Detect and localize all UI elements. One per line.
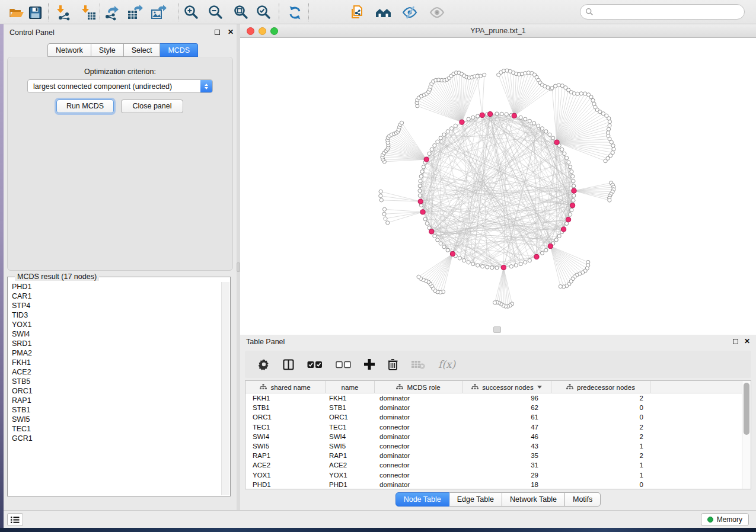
graph-node[interactable] <box>449 127 453 130</box>
graph-node[interactable] <box>495 266 499 270</box>
zoom-selected-button[interactable] <box>255 4 273 21</box>
graph-node[interactable] <box>570 170 573 174</box>
graph-node[interactable] <box>551 136 555 140</box>
graph-hub-node[interactable] <box>554 140 559 145</box>
zoom-out-button[interactable] <box>207 4 225 21</box>
graph-node[interactable] <box>557 234 561 238</box>
graph-hub-node[interactable] <box>418 199 423 204</box>
graph-node[interactable] <box>519 116 522 119</box>
graph-node[interactable] <box>604 159 607 163</box>
select-all-button[interactable] <box>307 361 323 368</box>
graph-node[interactable] <box>544 130 548 133</box>
graph-node[interactable] <box>567 161 570 164</box>
graph-hub-node[interactable] <box>572 188 576 193</box>
float-panel-icon[interactable] <box>215 30 220 35</box>
graph-node[interactable] <box>591 98 595 102</box>
mcds-list-item[interactable]: SWI5 <box>8 415 221 424</box>
graph-node[interactable] <box>559 284 562 288</box>
column-header-successor-nodes[interactable]: successor nodes <box>462 381 551 393</box>
mcds-list-item[interactable]: GCR1 <box>8 434 221 443</box>
delete-column-button[interactable] <box>388 358 398 370</box>
graph-node[interactable] <box>419 175 423 178</box>
graph-node[interactable] <box>423 217 427 221</box>
graph-node[interactable] <box>493 301 496 305</box>
graph-node[interactable] <box>418 189 422 193</box>
graph-node[interactable] <box>436 238 439 242</box>
graph-node[interactable] <box>560 148 564 151</box>
mcds-list-item[interactable]: SRD1 <box>8 339 221 348</box>
graph-node[interactable] <box>430 148 433 151</box>
graph-node[interactable] <box>607 127 610 131</box>
memory-button[interactable]: Memory <box>701 513 749 526</box>
close-panel-button[interactable]: Close panel <box>121 100 183 113</box>
task-history-button[interactable] <box>7 513 23 526</box>
search-input[interactable] <box>594 6 744 18</box>
float-panel-icon[interactable] <box>733 339 738 344</box>
graph-node[interactable] <box>519 262 522 266</box>
column-header-name[interactable]: name <box>326 381 375 393</box>
graph-node[interactable] <box>483 73 486 76</box>
graph-node[interactable] <box>572 194 576 197</box>
graph-hub-node[interactable] <box>429 229 434 234</box>
graph-node[interactable] <box>454 124 457 127</box>
graph-node[interactable] <box>540 127 544 130</box>
export-image-button[interactable] <box>149 4 167 21</box>
save-session-button[interactable] <box>26 4 44 21</box>
graph-node[interactable] <box>439 136 442 140</box>
graph-node[interactable] <box>532 121 536 125</box>
column-header-predecessor-nodes[interactable]: predecessor nodes <box>551 381 650 393</box>
graph-node[interactable] <box>537 124 540 127</box>
graph-node[interactable] <box>384 217 387 220</box>
graph-node[interactable] <box>572 198 575 202</box>
run-mcds-button[interactable]: Run MCDS <box>56 100 114 113</box>
mcds-list-item[interactable]: SWI4 <box>8 329 221 339</box>
graph-hub-node[interactable] <box>420 210 425 214</box>
column-header-mcds-role[interactable]: MCDS role <box>375 381 462 393</box>
graph-node[interactable] <box>481 265 484 268</box>
zoom-fit-button[interactable] <box>232 4 250 21</box>
graph-node[interactable] <box>467 261 470 264</box>
graph-node[interactable] <box>608 120 611 123</box>
graph-node[interactable] <box>417 275 420 278</box>
close-panel-icon[interactable]: ✕ <box>744 337 750 345</box>
tab-mcds[interactable]: MCDS <box>160 43 198 57</box>
table-row[interactable]: PHD1PHD1dominator180 <box>245 480 742 489</box>
graph-node[interactable] <box>569 213 572 216</box>
graph-hub-node[interactable] <box>570 203 575 208</box>
mcds-list-item[interactable]: PMA2 <box>8 348 221 358</box>
mcds-list-item[interactable]: FKH1 <box>8 358 221 367</box>
mcds-list-item[interactable]: CAR1 <box>8 291 221 301</box>
column-layout-button[interactable] <box>283 359 294 370</box>
graph-hub-node[interactable] <box>566 217 570 222</box>
mcds-list-item[interactable]: STB1 <box>8 405 221 415</box>
mcds-list-item[interactable]: STB5 <box>8 377 221 386</box>
graph-node[interactable] <box>569 165 572 169</box>
graph-node[interactable] <box>428 152 431 155</box>
graph-node[interactable] <box>544 248 548 252</box>
graph-node[interactable] <box>446 248 449 252</box>
graph-node[interactable] <box>608 198 611 202</box>
clone-network-button[interactable] <box>349 4 366 21</box>
refresh-button[interactable] <box>286 4 304 21</box>
graph-node[interactable] <box>467 117 470 121</box>
graph-node[interactable] <box>610 140 613 144</box>
table-row[interactable]: STB1STB1dominator620 <box>245 403 742 412</box>
graph-node[interactable] <box>486 265 489 269</box>
graph-node[interactable] <box>563 152 566 155</box>
graph-node[interactable] <box>420 170 424 174</box>
table-row[interactable]: TEC1TEC1connector472 <box>245 422 742 432</box>
tab-style[interactable]: Style <box>91 43 124 57</box>
graph-node[interactable] <box>436 140 439 143</box>
graph-node[interactable] <box>446 130 449 133</box>
graph-node[interactable] <box>419 180 422 183</box>
graph-node[interactable] <box>382 212 386 216</box>
graph-node[interactable] <box>579 92 583 95</box>
graph-node[interactable] <box>572 184 576 188</box>
graph-hub-node[interactable] <box>460 120 464 124</box>
search-field[interactable] <box>580 4 745 20</box>
graph-node[interactable] <box>495 112 499 116</box>
column-header-shared-name[interactable]: shared name <box>245 381 326 393</box>
graph-hub-node[interactable] <box>548 243 553 248</box>
graph-node[interactable] <box>471 116 475 119</box>
graph-node[interactable] <box>557 84 560 87</box>
